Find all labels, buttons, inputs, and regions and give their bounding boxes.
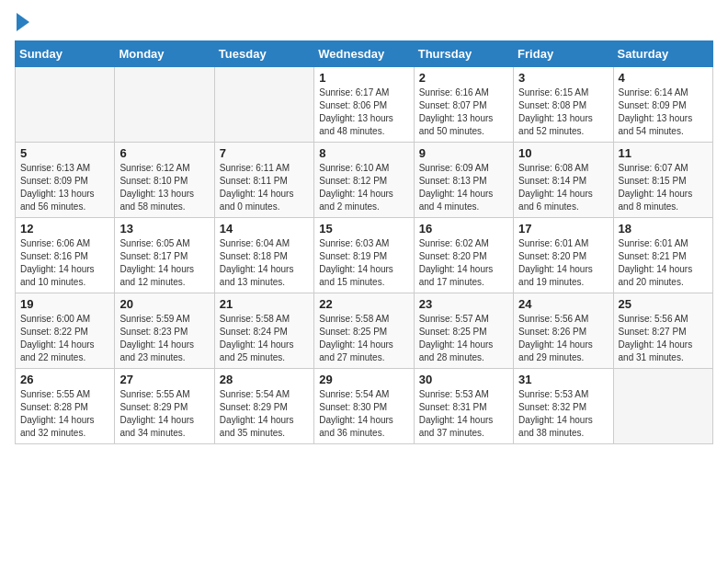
calendar-week-row: 19Sunrise: 6:00 AM Sunset: 8:22 PM Dayli… [16,293,713,369]
day-info: Sunrise: 5:55 AM Sunset: 8:29 PM Dayligh… [119,388,209,440]
day-info: Sunrise: 6:02 AM Sunset: 8:20 PM Dayligh… [419,237,508,289]
calendar-cell: 18Sunrise: 6:01 AM Sunset: 8:21 PM Dayli… [613,218,712,293]
day-number: 19 [20,297,109,311]
day-number: 8 [319,146,408,160]
day-number: 5 [20,146,109,160]
calendar-cell: 1Sunrise: 6:17 AM Sunset: 8:06 PM Daylig… [314,67,414,143]
day-number: 18 [619,222,708,236]
calendar-week-row: 12Sunrise: 6:06 AM Sunset: 8:16 PM Dayli… [16,218,713,293]
day-info: Sunrise: 6:16 AM Sunset: 8:07 PM Dayligh… [419,86,508,138]
calendar-cell: 12Sunrise: 6:06 AM Sunset: 8:16 PM Dayli… [16,218,115,293]
day-info: Sunrise: 6:00 AM Sunset: 8:22 PM Dayligh… [20,313,109,364]
calendar-cell: 20Sunrise: 5:59 AM Sunset: 8:23 PM Dayli… [115,293,214,369]
calendar-cell: 29Sunrise: 5:54 AM Sunset: 8:30 PM Dayli… [314,369,414,444]
day-info: Sunrise: 6:01 AM Sunset: 8:20 PM Dayligh… [518,237,608,289]
day-info: Sunrise: 6:05 AM Sunset: 8:17 PM Dayligh… [119,237,209,289]
calendar-cell: 17Sunrise: 6:01 AM Sunset: 8:20 PM Dayli… [514,218,613,293]
calendar-week-row: 1Sunrise: 6:17 AM Sunset: 8:06 PM Daylig… [16,67,713,143]
day-info: Sunrise: 5:53 AM Sunset: 8:32 PM Dayligh… [518,388,608,440]
calendar-cell: 16Sunrise: 6:02 AM Sunset: 8:20 PM Dayli… [414,218,513,293]
calendar-table: SundayMondayTuesdayWednesdayThursdayFrid… [15,40,713,444]
day-info: Sunrise: 5:54 AM Sunset: 8:30 PM Dayligh… [319,388,408,440]
day-info: Sunrise: 6:17 AM Sunset: 8:06 PM Dayligh… [319,86,408,138]
day-info: Sunrise: 6:01 AM Sunset: 8:21 PM Dayligh… [619,237,708,289]
calendar-cell: 27Sunrise: 5:55 AM Sunset: 8:29 PM Dayli… [115,369,214,444]
day-info: Sunrise: 5:57 AM Sunset: 8:25 PM Dayligh… [419,313,508,364]
day-number: 11 [619,146,708,160]
calendar-cell: 21Sunrise: 5:58 AM Sunset: 8:24 PM Dayli… [214,293,313,369]
day-number: 4 [619,71,708,85]
day-info: Sunrise: 5:54 AM Sunset: 8:29 PM Dayligh… [220,388,309,440]
day-number: 10 [518,146,608,160]
day-number: 17 [518,222,608,236]
day-info: Sunrise: 6:10 AM Sunset: 8:12 PM Dayligh… [319,162,408,213]
day-info: Sunrise: 6:07 AM Sunset: 8:15 PM Dayligh… [619,162,708,213]
day-number: 21 [220,297,309,311]
calendar-cell: 22Sunrise: 5:58 AM Sunset: 8:25 PM Dayli… [314,293,414,369]
calendar-cell: 15Sunrise: 6:03 AM Sunset: 8:19 PM Dayli… [314,218,414,293]
day-info: Sunrise: 5:59 AM Sunset: 8:23 PM Dayligh… [119,313,209,364]
day-info: Sunrise: 6:14 AM Sunset: 8:09 PM Dayligh… [619,86,708,138]
day-info: Sunrise: 6:12 AM Sunset: 8:10 PM Dayligh… [119,162,209,213]
calendar-cell [115,67,214,143]
calendar-cell: 3Sunrise: 6:15 AM Sunset: 8:08 PM Daylig… [514,67,613,143]
day-number: 28 [220,373,309,386]
day-header-monday: Monday [115,41,214,67]
calendar-cell [16,67,115,143]
calendar-cell [214,67,313,143]
calendar-cell [613,369,712,444]
day-header-tuesday: Tuesday [214,41,313,67]
day-number: 6 [119,146,209,160]
day-header-wednesday: Wednesday [314,41,414,67]
day-number: 22 [319,297,408,311]
day-number: 9 [419,146,508,160]
calendar-cell: 23Sunrise: 5:57 AM Sunset: 8:25 PM Dayli… [414,293,513,369]
day-info: Sunrise: 6:08 AM Sunset: 8:14 PM Dayligh… [518,162,608,213]
calendar-week-row: 26Sunrise: 5:55 AM Sunset: 8:28 PM Dayli… [16,369,713,444]
day-number: 12 [20,222,109,236]
day-number: 29 [319,373,408,386]
calendar-cell: 7Sunrise: 6:11 AM Sunset: 8:11 PM Daylig… [214,143,313,218]
day-header-saturday: Saturday [613,41,712,67]
day-header-friday: Friday [514,41,613,67]
calendar-cell: 4Sunrise: 6:14 AM Sunset: 8:09 PM Daylig… [613,67,712,143]
day-number: 23 [419,297,508,311]
day-info: Sunrise: 5:56 AM Sunset: 8:27 PM Dayligh… [619,313,708,364]
calendar-cell: 10Sunrise: 6:08 AM Sunset: 8:14 PM Dayli… [514,143,613,218]
calendar-cell: 13Sunrise: 6:05 AM Sunset: 8:17 PM Dayli… [115,218,214,293]
calendar-cell: 31Sunrise: 5:53 AM Sunset: 8:32 PM Dayli… [514,369,613,444]
day-number: 2 [419,71,508,85]
day-info: Sunrise: 5:56 AM Sunset: 8:26 PM Dayligh… [518,313,608,364]
day-number: 7 [220,146,309,160]
calendar-cell: 5Sunrise: 6:13 AM Sunset: 8:09 PM Daylig… [16,143,115,218]
calendar-cell: 30Sunrise: 5:53 AM Sunset: 8:31 PM Dayli… [414,369,513,444]
day-number: 30 [419,373,508,386]
calendar-cell: 26Sunrise: 5:55 AM Sunset: 8:28 PM Dayli… [16,369,115,444]
day-number: 27 [119,373,209,386]
day-info: Sunrise: 5:53 AM Sunset: 8:31 PM Dayligh… [419,388,508,440]
day-number: 26 [20,373,109,386]
calendar-cell: 14Sunrise: 6:04 AM Sunset: 8:18 PM Dayli… [214,218,313,293]
day-number: 13 [119,222,209,236]
calendar-cell: 8Sunrise: 6:10 AM Sunset: 8:12 PM Daylig… [314,143,414,218]
calendar-week-row: 5Sunrise: 6:13 AM Sunset: 8:09 PM Daylig… [16,143,713,218]
day-number: 16 [419,222,508,236]
calendar-cell: 25Sunrise: 5:56 AM Sunset: 8:27 PM Dayli… [613,293,712,369]
day-number: 25 [619,297,708,311]
logo-arrow-icon [17,13,29,31]
day-info: Sunrise: 6:09 AM Sunset: 8:13 PM Dayligh… [419,162,508,213]
day-info: Sunrise: 5:58 AM Sunset: 8:25 PM Dayligh… [319,313,408,364]
day-info: Sunrise: 5:55 AM Sunset: 8:28 PM Dayligh… [20,388,109,440]
calendar-header-row: SundayMondayTuesdayWednesdayThursdayFrid… [16,41,713,67]
page-header [15,15,713,31]
day-number: 24 [518,297,608,311]
day-number: 15 [319,222,408,236]
calendar-cell: 24Sunrise: 5:56 AM Sunset: 8:26 PM Dayli… [514,293,613,369]
day-number: 1 [319,71,408,85]
day-header-thursday: Thursday [414,41,513,67]
day-info: Sunrise: 6:13 AM Sunset: 8:09 PM Dayligh… [20,162,109,213]
calendar-cell: 2Sunrise: 6:16 AM Sunset: 8:07 PM Daylig… [414,67,513,143]
calendar-cell: 6Sunrise: 6:12 AM Sunset: 8:10 PM Daylig… [115,143,214,218]
day-number: 3 [518,71,608,85]
day-info: Sunrise: 6:04 AM Sunset: 8:18 PM Dayligh… [220,237,309,289]
